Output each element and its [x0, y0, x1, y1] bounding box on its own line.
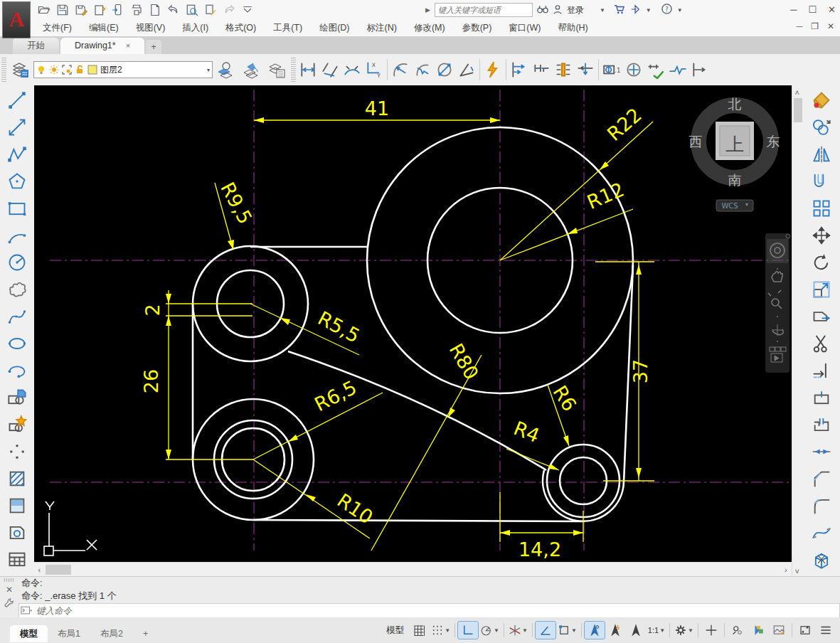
dim-arclength-button[interactable]: [341, 58, 363, 82]
status-customization-menu-button[interactable]: [816, 622, 836, 639]
draw-mkblock-button[interactable]: [4, 411, 30, 438]
qat-overflow-button[interactable]: [239, 2, 256, 18]
modify-stretch-button[interactable]: [809, 303, 834, 330]
viewcube-west[interactable]: 西: [689, 134, 702, 149]
dim-baseline-button[interactable]: [509, 58, 530, 82]
search-binoculars-icon[interactable]: [537, 4, 548, 16]
dim-dimspace-button[interactable]: [553, 58, 574, 82]
qat-saveas-button[interactable]: [73, 2, 90, 18]
make-object-layer-current-button[interactable]: [213, 58, 238, 82]
status-ortho-mode-button[interactable]: [458, 622, 478, 639]
status-polar-tracking-button[interactable]: ▼: [479, 622, 501, 639]
login-label[interactable]: 登录: [567, 4, 584, 16]
layer-properties-button[interactable]: [8, 58, 33, 82]
login-caret-icon[interactable]: ▼: [600, 7, 605, 14]
draw-rect-button[interactable]: [4, 195, 30, 222]
store-cart-icon[interactable]: [614, 4, 625, 16]
modify-fillet-button[interactable]: [809, 492, 834, 519]
add-layout-button[interactable]: +: [133, 625, 158, 642]
viewcube[interactable]: 上 北 南 西 东 WCS: [689, 96, 780, 211]
status-annotation-autoscale-button[interactable]: [605, 622, 625, 639]
draw-insblock-button[interactable]: [4, 384, 30, 411]
wcs-button[interactable]: WCS: [716, 200, 753, 211]
modify-array-button[interactable]: [809, 195, 834, 222]
tab-close-icon[interactable]: ×: [126, 38, 130, 54]
tab-start[interactable]: 开始: [13, 38, 59, 54]
status-snap-mode-button[interactable]: ▼: [430, 622, 452, 639]
share-caret-icon[interactable]: ▼: [646, 7, 652, 14]
command-prompt-icon[interactable]: [21, 606, 32, 615]
modify-break-button[interactable]: [809, 411, 834, 438]
modify-mirror-button[interactable]: [809, 141, 834, 168]
modify-breakpt-button[interactable]: [809, 384, 834, 411]
qat-export-button[interactable]: [91, 2, 108, 18]
tab-layout2[interactable]: 布局2: [90, 625, 133, 642]
status-workspace-switching-button[interactable]: ▼: [673, 622, 695, 639]
maximize-button[interactable]: ☐: [808, 4, 817, 15]
modify-explode-button[interactable]: [809, 546, 834, 573]
dim-diameter-button[interactable]: [434, 58, 455, 82]
app-logo[interactable]: A: [2, 1, 31, 38]
minimize-button[interactable]: ─: [790, 4, 797, 15]
layer-dropdown[interactable]: 图层2 ▾: [33, 61, 213, 78]
qat-new-button[interactable]: [147, 2, 164, 18]
draw-spline-button[interactable]: [4, 303, 30, 330]
menu-5[interactable]: 工具(T): [265, 21, 311, 36]
dim-continue-button[interactable]: [531, 58, 552, 82]
draw-point-button[interactable]: [4, 438, 30, 465]
status-isolate-objects-button[interactable]: [728, 622, 748, 639]
dim-endmark-button[interactable]: [689, 58, 711, 82]
vertical-scroll-thumb[interactable]: [794, 98, 802, 122]
command-input[interactable]: [35, 605, 839, 617]
help-caret-icon[interactable]: ▼: [677, 7, 683, 14]
dim-jogged-button[interactable]: [412, 58, 433, 82]
modify-copy-button[interactable]: [809, 114, 834, 141]
status-crosshair-toggle-button[interactable]: [701, 622, 721, 639]
modify-move-button[interactable]: [809, 222, 834, 249]
search-input[interactable]: [435, 3, 533, 17]
dim-inspect-button[interactable]: [645, 58, 666, 82]
draw-revcloud-button[interactable]: [4, 276, 30, 303]
expand-arrow-icon[interactable]: ▶: [425, 6, 430, 14]
dim-angular-button[interactable]: [456, 58, 477, 82]
drawing-canvas[interactable]: 41 2 26 37 14,2 R9,5 R5,5 R6,5 R10 R80 R…: [34, 85, 792, 562]
draw-polygon-button[interactable]: [4, 168, 30, 195]
draw-ellarc-button[interactable]: [4, 357, 30, 384]
modify-scale-button[interactable]: [809, 276, 834, 303]
modify-trim-button[interactable]: [809, 330, 834, 357]
dim-dimaligned-button[interactable]: [319, 58, 341, 82]
draw-ellipse-button[interactable]: [4, 330, 30, 357]
modify-chamfer-button[interactable]: [809, 465, 834, 492]
status-object-snap-button[interactable]: ▼: [556, 622, 578, 639]
command-close-icon[interactable]: ✕: [6, 585, 13, 595]
modify-extend-button[interactable]: [809, 357, 834, 384]
menu-7[interactable]: 标注(N): [358, 21, 405, 36]
menu-3[interactable]: 插入(I): [174, 21, 217, 36]
doc-minimize-button[interactable]: ─: [797, 21, 803, 31]
menu-6[interactable]: 绘图(D): [311, 21, 358, 36]
horizontal-scrollbar[interactable]: ‹ ›: [34, 562, 792, 576]
viewcube-east[interactable]: 东: [766, 134, 780, 149]
doc-restore-button[interactable]: ❐: [811, 21, 819, 31]
draw-circle-button[interactable]: [4, 249, 30, 276]
menu-0[interactable]: 文件(F): [34, 21, 80, 36]
scroll-up-icon[interactable]: ˄: [795, 85, 799, 100]
menu-11[interactable]: 帮助(H): [549, 21, 596, 36]
share-icon[interactable]: [629, 4, 641, 16]
qat-save-button[interactable]: [54, 2, 71, 18]
tab-drawing1[interactable]: Drawing1* ×: [60, 38, 144, 54]
draw-line-button[interactable]: [4, 87, 30, 114]
command-grip[interactable]: [4, 578, 14, 582]
qat-redo-button[interactable]: [220, 2, 238, 18]
draw-hatch-button[interactable]: [4, 465, 30, 492]
scroll-left-icon[interactable]: ‹: [38, 563, 41, 577]
dim-dimbreak-button[interactable]: [575, 58, 596, 82]
status-hardware-acceleration-button[interactable]: [748, 622, 768, 639]
help-icon[interactable]: ?: [661, 4, 672, 16]
menu-10[interactable]: 窗口(W): [500, 21, 549, 36]
modify-blend-button[interactable]: [809, 519, 834, 546]
status-annotation-scale-value-button[interactable]: 1:1▼: [647, 622, 666, 639]
qat-undo-button[interactable]: [165, 2, 182, 18]
new-tab-button[interactable]: +: [146, 40, 161, 54]
tab-model[interactable]: 模型: [10, 625, 48, 642]
